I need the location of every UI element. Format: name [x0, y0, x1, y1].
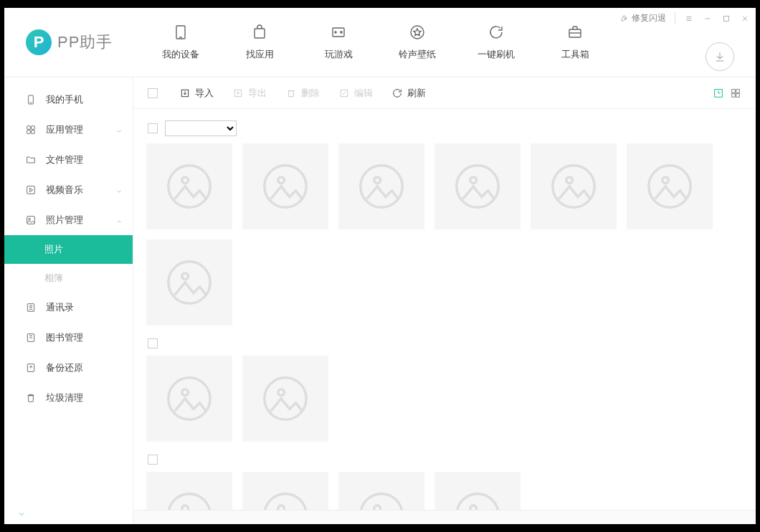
sidebar-sub-label: 相簿: [44, 272, 63, 285]
sidebar-label: 我的手机: [46, 93, 83, 106]
import-icon: [179, 87, 191, 99]
minimize-button[interactable]: [703, 14, 713, 24]
group-checkbox[interactable]: [148, 455, 158, 465]
photo-thumbnail[interactable]: [242, 472, 328, 510]
svg-point-49: [168, 166, 210, 207]
nav-tab-wallpaper[interactable]: 铃声壁纸: [378, 24, 457, 61]
book-icon: [24, 331, 37, 344]
window-controls: 修复闪退: [619, 12, 750, 24]
sidebar-label: 照片管理: [46, 214, 83, 227]
svg-point-74: [470, 505, 477, 510]
status-bar: [133, 510, 756, 524]
sidebar-item-phone[interactable]: 我的手机: [4, 85, 133, 115]
btn-label: 删除: [301, 87, 320, 100]
btn-label: 刷新: [407, 87, 426, 100]
photo-thumbnail[interactable]: [242, 143, 328, 229]
nav-tab-apps[interactable]: 找应用: [220, 24, 299, 61]
svg-point-30: [29, 305, 32, 308]
fix-crash-button[interactable]: 修复闪退: [619, 12, 675, 24]
edit-button[interactable]: 编辑: [331, 84, 380, 103]
sidebar-item-media[interactable]: 视频音乐: [4, 175, 133, 205]
sidebar-sub-photos[interactable]: 照片: [4, 235, 133, 264]
sidebar-label: 备份还原: [46, 361, 83, 374]
refresh-button[interactable]: 刷新: [384, 84, 433, 103]
logo-icon: P: [26, 29, 52, 55]
sidebar-label: 文件管理: [46, 153, 83, 166]
chevron-up-icon: [115, 217, 123, 224]
import-button[interactable]: 导入: [172, 84, 221, 103]
export-icon: [232, 87, 244, 99]
photo-thumbnail[interactable]: [146, 239, 232, 326]
sidebar-sub-label: 照片: [44, 243, 63, 256]
menu-button[interactable]: [684, 14, 694, 24]
photo-thumbnail[interactable]: [146, 472, 232, 510]
close-button[interactable]: [740, 14, 750, 24]
photo-thumbnail[interactable]: [338, 143, 424, 229]
body: 我的手机 应用管理 文件管理 视频音乐 照片管理 照片: [4, 77, 756, 524]
select-all-checkbox[interactable]: [148, 88, 158, 98]
sidebar-label: 垃圾清理: [46, 391, 83, 404]
fix-label: 修复闪退: [632, 12, 666, 24]
photo-scroll-area[interactable]: [133, 109, 756, 510]
nav-tab-games[interactable]: 玩游戏: [299, 24, 378, 61]
svg-rect-25: [27, 186, 35, 194]
sidebar-item-file-mgmt[interactable]: 文件管理: [4, 145, 133, 175]
sidebar-item-contacts[interactable]: 通讯录: [4, 293, 133, 323]
svg-point-60: [662, 177, 669, 184]
sidebar-item-backup[interactable]: 备份还原: [4, 353, 133, 383]
sidebar-item-app-mgmt[interactable]: 应用管理: [4, 115, 133, 145]
nav-tab-device[interactable]: 我的设备: [141, 24, 220, 61]
svg-point-59: [649, 166, 690, 207]
svg-rect-40: [289, 90, 294, 96]
sidebar-item-photo-mgmt[interactable]: 照片管理: [4, 205, 133, 235]
photo-thumbnail[interactable]: [434, 472, 521, 510]
view-grid-button[interactable]: [730, 87, 741, 99]
svg-point-28: [29, 218, 31, 220]
svg-point-51: [265, 166, 306, 207]
btn-label: 导出: [248, 87, 267, 100]
sidebar-item-books[interactable]: 图书管理: [4, 323, 133, 353]
content: 导入 导出 删除 编辑 刷新: [133, 77, 756, 524]
photo-thumbnail[interactable]: [338, 472, 424, 510]
apps-icon: [24, 123, 37, 136]
svg-point-57: [553, 166, 594, 207]
svg-point-56: [470, 177, 477, 184]
trash-icon: [285, 87, 297, 99]
sidebar-sub-albums[interactable]: 相簿: [4, 264, 133, 293]
app-window: P PP助手 我的设备 找应用 玩游戏 铃声壁纸 一键刷机: [4, 8, 756, 524]
sidebar-footer-toggle[interactable]: [17, 508, 26, 521]
svg-rect-2: [255, 29, 265, 38]
photo-grid: [146, 356, 743, 442]
nav-tab-flash[interactable]: 一键刷机: [457, 24, 536, 61]
svg-point-64: [182, 389, 189, 396]
svg-rect-45: [732, 89, 736, 92]
photo-thumbnail[interactable]: [434, 143, 521, 229]
view-timeline-button[interactable]: [713, 87, 724, 99]
group-checkbox[interactable]: [148, 338, 158, 348]
photo-thumbnail[interactable]: [531, 143, 617, 229]
svg-point-6: [341, 32, 342, 33]
export-button[interactable]: 导出: [225, 84, 274, 103]
svg-rect-48: [736, 93, 740, 97]
photo-thumbnail[interactable]: [627, 143, 713, 229]
delete-button[interactable]: 删除: [278, 84, 327, 103]
maximize-button[interactable]: [721, 14, 731, 24]
download-icon: [713, 50, 726, 63]
nav-tab-toolbox[interactable]: 工具箱: [536, 24, 614, 61]
sidebar-item-trash[interactable]: 垃圾清理: [4, 383, 133, 413]
nav-label: 我的设备: [162, 48, 199, 61]
svg-rect-46: [736, 89, 740, 92]
photo-thumbnail[interactable]: [146, 143, 232, 229]
group-checkbox[interactable]: [148, 123, 158, 133]
photo-thumbnail[interactable]: [242, 356, 328, 442]
download-button[interactable]: [706, 42, 734, 71]
nav-label: 工具箱: [561, 48, 589, 61]
photo-thumbnail[interactable]: [146, 356, 232, 442]
group-header: [148, 455, 743, 465]
contacts-icon: [24, 301, 37, 314]
group-select[interactable]: [165, 120, 237, 136]
sidebar: 我的手机 应用管理 文件管理 视频音乐 照片管理 照片: [4, 77, 133, 524]
svg-point-68: [182, 505, 189, 510]
toolbox-icon: [566, 24, 584, 41]
edit-icon: [338, 87, 350, 99]
